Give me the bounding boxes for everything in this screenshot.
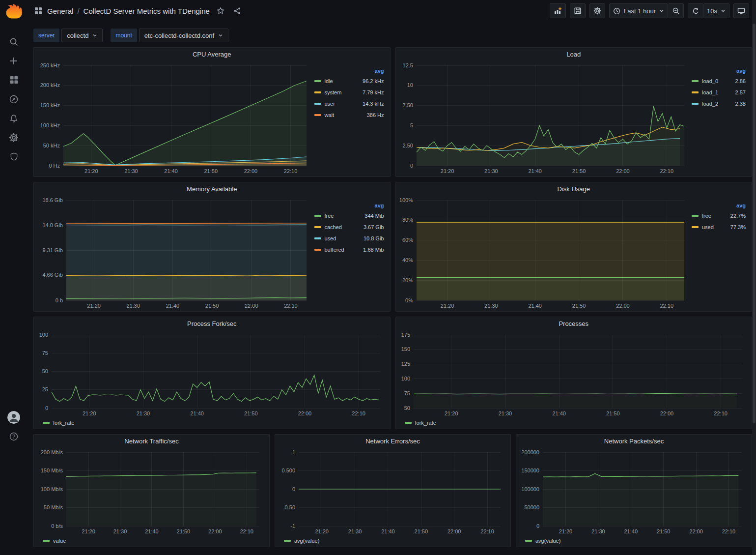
legend-item[interactable]: buffered1.68 Mib — [314, 244, 384, 255]
legend-item[interactable]: load_12.57 — [692, 87, 746, 98]
chart-network-packets[interactable]: 05000010000015000020000021:2021:3021:402… — [519, 447, 749, 536]
svg-text:21:40: 21:40 — [164, 168, 178, 174]
explore-compass-icon — [9, 94, 19, 104]
svg-text:22:00: 22:00 — [298, 410, 312, 416]
dashboard-grid-icon — [34, 7, 42, 15]
panel-title[interactable]: Processes — [559, 320, 588, 327]
svg-text:50 Mb/s: 50 Mb/s — [44, 504, 63, 510]
refresh-controls: 10s — [688, 3, 729, 18]
svg-text:21:40: 21:40 — [166, 303, 180, 309]
chart-processes[interactable]: 507510012515017521:2021:3021:4021:5022:0… — [399, 330, 749, 418]
chart-disk-usage[interactable]: 0%20%40%60%80%100%21:2021:3021:4021:5022… — [399, 195, 691, 310]
sidebar-item-create[interactable] — [4, 51, 24, 70]
legend-item[interactable]: avg(value) — [525, 538, 560, 544]
legend-item[interactable]: wait386 Hz — [314, 109, 384, 120]
sidebar-item-alerting[interactable] — [4, 109, 24, 128]
alerting-bell-icon — [9, 114, 19, 123]
legend-item[interactable]: load_22.38 — [692, 98, 746, 109]
svg-text:21:30: 21:30 — [484, 168, 498, 174]
svg-text:12.5: 12.5 — [402, 62, 413, 68]
sidebar-item-help[interactable]: ? — [4, 427, 24, 446]
sidebar-item-search[interactable] — [4, 32, 24, 51]
legend-item[interactable]: free22.7% — [692, 210, 746, 221]
svg-text:100 kHz: 100 kHz — [40, 122, 60, 128]
sidebar-item-dashboards[interactable] — [4, 70, 24, 89]
svg-text:22:10: 22:10 — [284, 168, 298, 174]
svg-text:200000: 200000 — [521, 449, 539, 455]
breadcrumb-dashboard-title[interactable]: CollectD Server Metrics with TDengine — [84, 7, 210, 15]
svg-text:125: 125 — [401, 361, 410, 367]
sidebar-item-server-admin[interactable] — [4, 147, 24, 166]
variable-server-value-dropdown[interactable]: collectd — [61, 29, 103, 42]
sidebar-item-explore[interactable] — [4, 89, 24, 109]
legend: fork_rate — [37, 418, 387, 428]
svg-text:21:20: 21:20 — [84, 168, 98, 174]
legend-item[interactable]: avg(value) — [284, 538, 319, 544]
svg-text:150: 150 — [401, 346, 410, 352]
legend-avg-header: avg — [731, 203, 746, 208]
chart-cpu-average[interactable]: 0 Hz50 kHz100 kHz150 kHz200 kHz250 kHz21… — [37, 60, 313, 175]
share-dashboard-button[interactable] — [231, 5, 243, 17]
panel-memory-available: Memory Available 0 b4.66 Gib9.31 Gib14.0… — [33, 182, 391, 312]
panel-cpu-average: CPU Average 0 Hz50 kHz100 kHz150 kHz200 … — [33, 47, 391, 177]
svg-text:22:10: 22:10 — [714, 410, 728, 416]
legend-item[interactable]: system7.79 kHz — [314, 87, 384, 98]
svg-text:21:30: 21:30 — [348, 528, 362, 534]
panel-title[interactable]: CPU Average — [193, 51, 231, 58]
time-range-picker[interactable]: Last 1 hour — [609, 3, 668, 18]
cycle-view-mode-button[interactable] — [733, 3, 749, 18]
chart-network-traffic[interactable]: 0 b/s50 Mb/s100 Mb/s150 Mb/s200 Mb/s21:2… — [37, 447, 266, 536]
zoom-out-button[interactable] — [668, 3, 684, 18]
scrollbar-thumb[interactable] — [753, 24, 756, 423]
legend-item[interactable]: load_02.86 — [692, 75, 746, 87]
sidebar: ? — [0, 0, 28, 555]
sidebar-bottom: ? — [4, 408, 24, 446]
series-color-dash — [314, 80, 321, 82]
add-panel-button[interactable] — [550, 3, 566, 18]
refresh-interval-dropdown[interactable]: 10s — [703, 3, 729, 18]
chart-memory-available[interactable]: 0 b4.66 Gib9.31 Gib14.0 Gib18.6 Gib21:20… — [37, 195, 313, 310]
save-dashboard-button[interactable] — [570, 3, 586, 18]
svg-text:-1: -1 — [290, 523, 295, 529]
svg-text:21:50: 21:50 — [244, 410, 258, 416]
dashboard-grid: CPU Average 0 Hz50 kHz100 kHz150 kHz200 … — [33, 47, 752, 547]
svg-text:21:50: 21:50 — [606, 410, 620, 416]
svg-text:21:50: 21:50 — [572, 168, 586, 174]
variable-mount-value-dropdown[interactable]: etc-collectd-collectd.conf — [139, 29, 228, 42]
svg-text:21:50: 21:50 — [205, 303, 219, 309]
sidebar-item-profile[interactable] — [4, 408, 24, 427]
panel-title[interactable]: Network Traffic/sec — [124, 438, 178, 445]
variable-server: server collectd — [33, 29, 103, 42]
panel-title[interactable]: Disk Usage — [558, 185, 590, 193]
grafana-logo[interactable] — [5, 2, 23, 20]
panel-title[interactable]: Network Packets/sec — [604, 438, 664, 445]
chart-network-errors[interactable]: -1-0.5000.500121:2021:3021:4021:5022:002… — [278, 447, 507, 536]
panel-title[interactable]: Load — [566, 51, 581, 58]
svg-text:22:10: 22:10 — [480, 528, 494, 534]
svg-text:50 kHz: 50 kHz — [43, 143, 60, 148]
legend-item[interactable]: cached3.67 Gib — [314, 221, 384, 233]
svg-text:21:40: 21:40 — [190, 410, 204, 416]
panel-title[interactable]: Process Fork/sec — [187, 320, 236, 327]
legend-item[interactable]: free344 Mib — [314, 210, 384, 221]
svg-text:21:40: 21:40 — [528, 168, 542, 174]
plus-icon — [9, 56, 19, 66]
svg-text:21:20: 21:20 — [440, 168, 454, 174]
legend-item[interactable]: fork_rate — [43, 420, 74, 426]
chart-load[interactable]: 02.5057.501012.521:2021:3021:4021:5022:0… — [399, 60, 691, 175]
star-dashboard-button[interactable] — [215, 5, 226, 17]
panel-title[interactable]: Network Errors/sec — [365, 438, 420, 445]
refresh-button[interactable] — [688, 3, 703, 18]
legend-item[interactable]: user14.3 kHz — [314, 98, 384, 109]
legend-item[interactable]: used77.3% — [692, 221, 746, 233]
breadcrumb-section[interactable]: General — [47, 7, 73, 15]
legend-item[interactable]: idle96.2 kHz — [314, 75, 384, 87]
sidebar-item-configuration[interactable] — [4, 128, 24, 147]
legend-item[interactable]: fork_rate — [405, 420, 436, 426]
chart-process-fork[interactable]: 025507510021:2021:3021:4021:5022:0022:10 — [37, 330, 387, 418]
dashboard-settings-button[interactable] — [589, 3, 605, 18]
legend-item[interactable]: used10.8 Gib — [314, 233, 384, 244]
legend-item[interactable]: value — [43, 538, 66, 544]
help-icon: ? — [9, 432, 19, 441]
panel-title[interactable]: Memory Available — [187, 185, 237, 193]
